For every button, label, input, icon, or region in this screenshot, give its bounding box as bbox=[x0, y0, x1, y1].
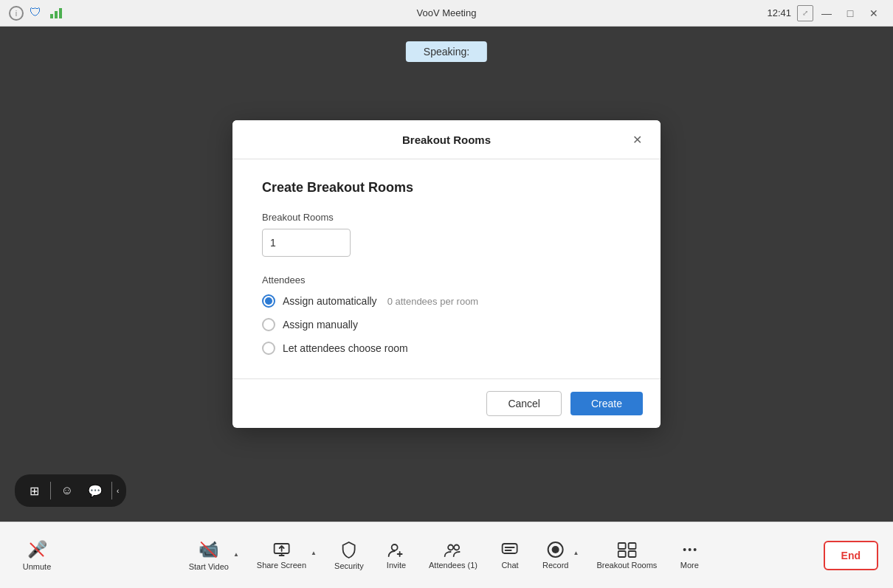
info-icon[interactable]: i bbox=[9, 6, 24, 21]
attendees-icon bbox=[444, 542, 463, 558]
svg-rect-6 bbox=[628, 543, 635, 549]
svg-rect-4 bbox=[503, 544, 517, 553]
share-inner: Share Screen bbox=[257, 542, 306, 570]
end-button[interactable]: End bbox=[824, 541, 878, 570]
toolbar: 🎤 Unmute 📹 Start Video ▲ bbox=[0, 522, 893, 588]
rooms-field-label: Breakout Rooms bbox=[262, 212, 631, 223]
share-arrow[interactable]: ▲ bbox=[311, 550, 317, 556]
record-circle bbox=[548, 542, 564, 558]
modal-overlay: Breakout Rooms ✕ Create Breakout Rooms B… bbox=[0, 27, 893, 522]
toolbar-right: End bbox=[824, 541, 878, 570]
video-icon: 📹 bbox=[199, 540, 218, 559]
signal-icon[interactable] bbox=[50, 8, 62, 18]
radio-auto-note: 0 attendees per room bbox=[387, 296, 479, 307]
toolbar-center: 📹 Start Video ▲ Share Screen bbox=[182, 534, 712, 577]
svg-point-9 bbox=[683, 548, 686, 551]
attendees-label: Attendees (1) bbox=[429, 561, 477, 570]
breakout-icon bbox=[617, 542, 636, 558]
maximize-button[interactable]: □ bbox=[840, 5, 861, 21]
radio-auto[interactable] bbox=[262, 294, 275, 308]
toolbar-item-invite[interactable]: Invite bbox=[374, 536, 418, 575]
radio-choose[interactable] bbox=[262, 342, 275, 355]
attendees-field-label: Attendees bbox=[262, 274, 631, 286]
svg-point-1 bbox=[392, 544, 398, 550]
main-area: Speaking: ⊞ ☺ 💬 ‹ Breakout Rooms ✕ Creat… bbox=[0, 27, 893, 522]
title-bar: i 🛡 VooV Meeting 12:41 ⤢ — □ ✕ bbox=[0, 0, 893, 27]
radio-item-auto[interactable]: Assign automatically 0 attendees per roo… bbox=[262, 294, 631, 308]
record-inner: Record bbox=[542, 542, 568, 570]
toolbar-item-record[interactable]: Record ▲ bbox=[535, 536, 586, 575]
unmute-label: Unmute bbox=[23, 562, 52, 571]
toolbar-item-share[interactable]: Share Screen ▲ bbox=[249, 536, 324, 575]
record-arrow[interactable]: ▲ bbox=[573, 550, 579, 556]
svg-point-10 bbox=[688, 548, 691, 551]
clock-area: 12:41 ⤢ bbox=[767, 5, 813, 21]
toolbar-item-chat[interactable]: Chat bbox=[488, 536, 532, 575]
toolbar-item-more[interactable]: More bbox=[667, 536, 711, 575]
title-bar-controls: 12:41 ⤢ — □ ✕ bbox=[767, 5, 884, 21]
svg-rect-7 bbox=[618, 551, 625, 557]
more-icon bbox=[680, 542, 698, 558]
modal-footer: Cancel Create bbox=[232, 378, 661, 428]
cancel-button[interactable]: Cancel bbox=[486, 391, 562, 416]
record-label: Record bbox=[542, 561, 568, 570]
chat-icon bbox=[501, 542, 519, 558]
breakout-rooms-modal: Breakout Rooms ✕ Create Breakout Rooms B… bbox=[232, 120, 661, 428]
clock: 12:41 bbox=[767, 7, 791, 18]
radio-auto-label: Assign automatically bbox=[283, 295, 377, 307]
share-icon bbox=[272, 542, 290, 558]
security-label: Security bbox=[334, 561, 364, 570]
invite-label: Invite bbox=[387, 561, 406, 570]
modal-close-button[interactable]: ✕ bbox=[628, 131, 646, 148]
svg-rect-8 bbox=[628, 551, 635, 557]
more-label: More bbox=[680, 561, 699, 570]
security-icon bbox=[341, 541, 357, 558]
toolbar-item-attendees[interactable]: Attendees (1) bbox=[421, 536, 485, 575]
toolbar-item-unmute[interactable]: 🎤 Unmute bbox=[15, 534, 59, 577]
video-inner: 📹 Start Video bbox=[189, 540, 229, 571]
svg-point-3 bbox=[455, 544, 460, 550]
modal-header: Breakout Rooms ✕ bbox=[232, 120, 661, 159]
create-button[interactable]: Create bbox=[570, 392, 643, 415]
rooms-number-input[interactable]: ▲ ▼ bbox=[262, 229, 351, 257]
unmute-icon: 🎤 bbox=[27, 540, 47, 559]
minimize-button[interactable]: — bbox=[816, 5, 837, 21]
title-shield-icon[interactable]: 🛡 bbox=[30, 6, 44, 21]
toolbar-item-security[interactable]: Security bbox=[327, 535, 371, 576]
svg-point-11 bbox=[693, 548, 696, 551]
rooms-input-field[interactable] bbox=[263, 232, 351, 253]
toolbar-item-video[interactable]: 📹 Start Video ▲ bbox=[182, 534, 246, 577]
radio-item-manual[interactable]: Assign manually bbox=[262, 318, 631, 331]
radio-choose-label: Let attendees choose room bbox=[283, 342, 408, 354]
attendees-section: Attendees Assign automatically 0 attende… bbox=[262, 274, 631, 355]
svg-point-2 bbox=[449, 544, 454, 550]
close-button[interactable]: ✕ bbox=[863, 5, 884, 21]
modal-body: Create Breakout Rooms Breakout Rooms ▲ ▼… bbox=[232, 159, 661, 378]
fullscreen-button[interactable]: ⤢ bbox=[797, 5, 813, 21]
modal-title: Breakout Rooms bbox=[265, 134, 628, 146]
radio-item-choose[interactable]: Let attendees choose room bbox=[262, 342, 631, 355]
record-icon bbox=[548, 542, 564, 558]
toolbar-left: 🎤 Unmute bbox=[15, 534, 59, 577]
app-title: VooV Meeting bbox=[417, 7, 477, 18]
video-label: Start Video bbox=[189, 562, 229, 571]
toolbar-item-breakout[interactable]: Breakout Rooms bbox=[589, 536, 664, 575]
video-arrow[interactable]: ▲ bbox=[233, 551, 239, 558]
invite-icon bbox=[387, 542, 405, 558]
share-label: Share Screen bbox=[257, 561, 306, 570]
section-title: Create Breakout Rooms bbox=[262, 180, 631, 196]
chat-label: Chat bbox=[501, 561, 518, 570]
record-dot bbox=[552, 546, 559, 553]
radio-manual-label: Assign manually bbox=[283, 319, 358, 331]
radio-manual[interactable] bbox=[262, 318, 275, 331]
title-bar-left: i 🛡 bbox=[9, 6, 62, 21]
radio-group: Assign automatically 0 attendees per roo… bbox=[262, 294, 631, 355]
breakout-label: Breakout Rooms bbox=[596, 561, 657, 570]
svg-rect-5 bbox=[618, 543, 625, 549]
